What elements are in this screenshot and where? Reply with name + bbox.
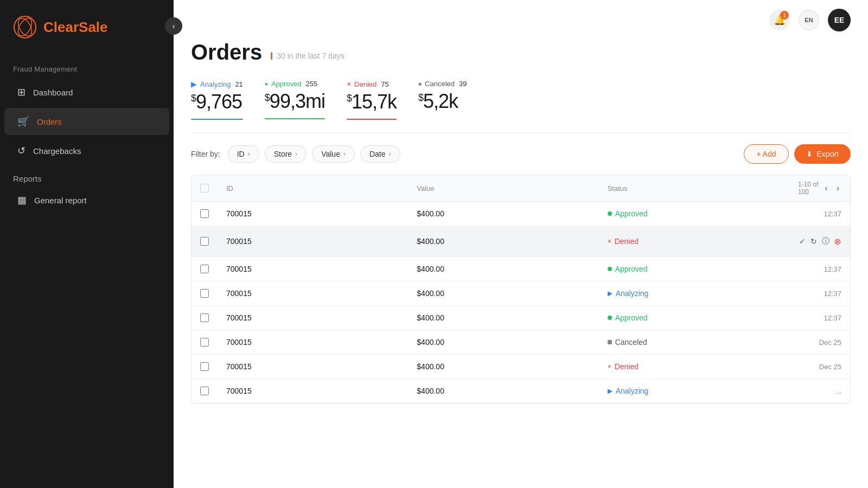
filter-store-chevron-icon: › <box>295 150 297 158</box>
table-row[interactable]: 700015 $400.00 ▶ Analyzing ... <box>192 379 850 403</box>
info-action-button[interactable]: ⓘ <box>821 234 830 249</box>
table-row[interactable]: 700015 $400.00 Approved 12:37 <box>192 257 850 281</box>
table-header-status: Status <box>608 184 798 192</box>
filter-chip-id[interactable]: ID › <box>228 145 259 163</box>
row-time: 12:37 <box>798 210 841 218</box>
close-action-button[interactable]: ⊗ <box>833 234 842 249</box>
row-checkbox[interactable] <box>200 209 209 218</box>
row-status: × Denied <box>608 237 798 246</box>
row-time: ... <box>798 387 841 395</box>
sidebar-item-orders[interactable]: 🛒 Orders <box>4 108 169 135</box>
approved-label-text: Approved <box>271 80 302 88</box>
denied-x-marker: × <box>608 237 611 245</box>
filters-actions: + Add ⬇ Export <box>744 144 851 164</box>
stats-bottom-divider <box>191 133 851 133</box>
table-row[interactable]: 700015 $400.00 Approved 12:37 <box>192 202 850 226</box>
sidebar-item-general-report[interactable]: ▦ General report <box>4 187 169 214</box>
stat-card-denied: × Denied 75 $15,7k <box>347 80 397 120</box>
notification-badge: 1 <box>780 11 789 20</box>
status-text: Approved <box>615 209 648 218</box>
select-all-checkbox[interactable] <box>200 184 209 192</box>
add-button[interactable]: + Add <box>744 144 788 164</box>
analyzing-arrow-icon: ▶ <box>191 80 197 88</box>
row-value: $400.00 <box>417 265 607 273</box>
filter-chip-value-label: Value <box>321 150 340 158</box>
table-pagination: 1-10 of 100 ‹ › <box>798 181 841 196</box>
clearsale-logo-icon <box>13 15 37 39</box>
row-checkbox[interactable] <box>200 387 209 395</box>
denied-x-icon: × <box>347 80 351 88</box>
sidebar-item-dashboard[interactable]: ⊞ Dashboard <box>4 79 169 106</box>
export-icon: ⬇ <box>806 150 813 158</box>
table-row[interactable]: 700015 $400.00 Canceled Dec 25 <box>192 330 850 355</box>
page-content: Orders 30 in the last 7 days ▶ Analyzing… <box>174 40 868 488</box>
row-checkbox[interactable] <box>200 265 209 273</box>
language-label: EN <box>805 17 813 23</box>
status-dot-approved <box>608 316 612 320</box>
row-value: $400.00 <box>417 362 607 371</box>
row-id: 700015 <box>226 265 417 273</box>
approved-count: 255 <box>306 80 318 88</box>
row-time: Dec 25 <box>798 338 841 346</box>
denied-count: 75 <box>381 80 388 88</box>
row-checkbox[interactable] <box>200 289 209 298</box>
row-id: 700015 <box>226 338 417 346</box>
analyzing-arrow-marker2: ▶ <box>608 387 612 395</box>
sidebar-reports-section-label: Reports <box>0 165 174 185</box>
row-time: 12:37 <box>798 314 841 322</box>
user-avatar-button[interactable]: EE <box>828 9 851 31</box>
export-button-label: Export <box>817 150 839 158</box>
row-id: 700015 <box>226 387 417 395</box>
row-checkbox[interactable] <box>200 338 209 346</box>
stat-label-denied: × Denied 75 <box>347 80 397 88</box>
row-checkbox[interactable] <box>200 313 209 322</box>
row-id: 700015 <box>226 209 417 218</box>
orders-table: ID Value Status 1-10 of 100 ‹ › 700015 $… <box>191 175 851 404</box>
notifications-button[interactable]: 🔔 1 <box>769 10 790 30</box>
table-row[interactable]: 700015 $400.00 ▶ Analyzing 12:37 <box>192 281 850 306</box>
filter-chip-date-label: Date <box>369 150 386 158</box>
stats-row: ▶ Analyzing 21 $9,765 ● Approved 255 $99… <box>191 80 851 120</box>
stat-card-analyzing: ▶ Analyzing 21 $9,765 <box>191 80 243 120</box>
row-checkbox[interactable] <box>200 362 209 371</box>
denied-divider <box>347 119 397 120</box>
pagination-next-button[interactable]: › <box>834 182 841 194</box>
sidebar-fraud-section-label: Fraud Management <box>0 54 174 78</box>
sidebar-logo-text: ClearSale <box>43 19 108 36</box>
table-row[interactable]: 700015 $400.00 × Denied Dec 25 <box>192 355 850 379</box>
status-text: Analyzing <box>616 289 649 298</box>
main-content: 🔔 1 EN EE Orders 30 in the last 7 days ▶… <box>174 0 868 488</box>
filter-chip-store[interactable]: Store › <box>265 145 307 163</box>
export-button[interactable]: ⬇ Export <box>794 144 851 164</box>
row-time: 12:37 <box>798 290 841 298</box>
page-header: Orders 30 in the last 7 days <box>191 40 851 65</box>
analyzing-label-text: Analyzing <box>200 80 231 88</box>
stat-label-canceled: ■ Canceled 39 <box>418 80 467 88</box>
row-checkbox[interactable] <box>200 237 209 246</box>
table-row[interactable]: 700015 $400.00 × Denied ✓ ↻ ⓘ ⊗ <box>192 226 850 257</box>
filter-id-chevron-icon: › <box>248 150 250 158</box>
row-value: $400.00 <box>417 313 607 322</box>
status-text: Approved <box>615 265 648 273</box>
row-value: $400.00 <box>417 209 607 218</box>
sidebar-item-chargebacks[interactable]: ↺ Chargebacks <box>4 137 169 164</box>
refresh-action-button[interactable]: ↻ <box>810 234 819 249</box>
filter-value-chevron-icon: › <box>343 150 346 158</box>
analyzing-divider <box>191 119 243 120</box>
sidebar-collapse-button[interactable]: ‹ <box>165 17 182 35</box>
table-row[interactable]: 700015 $400.00 Approved 12:37 <box>192 306 850 330</box>
row-status: ▶ Analyzing <box>608 387 798 395</box>
filter-chip-id-label: ID <box>237 150 245 158</box>
filter-by-label: Filter by: <box>191 150 220 158</box>
language-selector[interactable]: EN <box>799 10 819 30</box>
row-id: 700015 <box>226 362 417 371</box>
filter-chip-value[interactable]: Value › <box>312 145 355 163</box>
canceled-divider <box>418 118 467 119</box>
pagination-text: 1-10 of 100 <box>798 181 818 196</box>
status-text: Canceled <box>615 338 647 346</box>
sidebar-item-label-chargebacks: Chargebacks <box>33 146 81 156</box>
row-value: $400.00 <box>417 338 607 346</box>
approve-action-button[interactable]: ✓ <box>798 234 807 249</box>
pagination-prev-button[interactable]: ‹ <box>822 182 829 194</box>
filter-chip-date[interactable]: Date › <box>360 145 400 163</box>
